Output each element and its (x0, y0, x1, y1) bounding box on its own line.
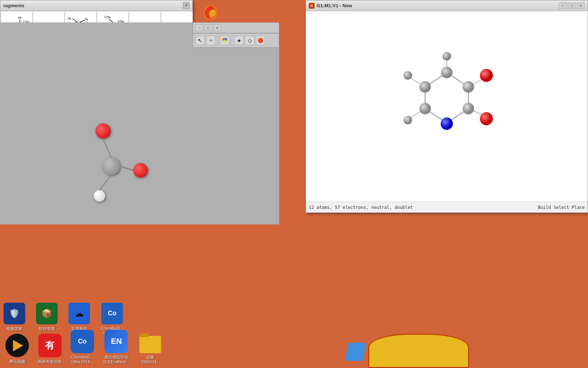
dialog-titlebar: ragments × (0, 0, 192, 11)
taskbar-endnote-label: 廊坊师院毕业论文EndNote... (103, 355, 130, 364)
mascot-blue (345, 343, 366, 361)
svg-point-112 (463, 81, 474, 93)
g1-close-btn[interactable]: × (577, 3, 585, 9)
svg-line-95 (120, 166, 133, 170)
g1-status-mode: Build Select Place (538, 205, 585, 210)
taskbar-video-label: 腾讯视频 (9, 359, 25, 364)
toolbar-color-icon[interactable] (220, 36, 230, 45)
taskbar-item-chembio[interactable]: Co ChembioO...Ultra 2014... (71, 330, 94, 364)
toolbar-cursor-icon[interactable]: ↖ (195, 36, 205, 45)
svg-point-120 (404, 71, 412, 80)
firefox-icon[interactable] (200, 2, 222, 23)
svg-line-94 (103, 139, 111, 158)
svg-text:H₂: H₂ (18, 16, 22, 19)
svg-point-116 (419, 81, 431, 93)
g1-content (306, 11, 588, 192)
svg-point-118 (480, 112, 493, 125)
g1-title: G G1:M1:V1 - New (309, 3, 352, 9)
svg-text:CH₃: CH₃ (104, 15, 111, 19)
dialog-close-btn[interactable]: × (183, 2, 190, 9)
taskbar-item-youdao[interactable]: 有 网易有道词典 (38, 334, 62, 364)
sub-win-minimize[interactable]: − (195, 25, 203, 31)
taskbar-items-row: 腾讯视频 有 网易有道词典 Co ChembioO...Ultra 2014..… (0, 330, 168, 364)
svg-point-117 (480, 69, 493, 82)
toolbar-layers-icon[interactable]: ◈ (234, 36, 244, 45)
svg-point-99 (223, 40, 226, 43)
svg-text:H₂: H₂ (85, 17, 89, 21)
g1-titlebar: G G1:M1:V1 - New − □ × (306, 0, 588, 11)
molecule-3d-render (389, 44, 504, 159)
g1-status-text: 12 atoms, 57 electrons, neutral, doublet (309, 205, 413, 210)
svg-line-28 (109, 19, 113, 22)
g1-controls: − □ × (559, 3, 585, 9)
molecule-viewport (0, 22, 279, 224)
svg-point-113 (463, 103, 474, 114)
toolbar-atoms-icon[interactable]: ⚛ (206, 36, 215, 45)
svg-point-111 (441, 67, 453, 78)
svg-text:H₂: H₂ (68, 17, 72, 20)
toolbar-strip: ↖ ⚛ ◈ ◇ (193, 33, 279, 48)
g1-statusbar: 12 atoms, 57 electrons, neutral, doublet… (306, 202, 588, 213)
svg-point-122 (441, 118, 453, 130)
taskbar-item-folder[interactable]: 赵瞻1906024... (139, 330, 162, 364)
mascot-body (368, 334, 469, 368)
taskbar-item-video[interactable]: 腾讯视频 (5, 334, 29, 364)
g1-title-icon: G (309, 3, 315, 9)
sub-window-titlebar: − □ × (193, 22, 279, 33)
g1-window: G G1:M1:V1 - New − □ × (306, 0, 588, 213)
taskbar-youdao-label: 网易有道词典 (38, 359, 62, 364)
taskbar-item-endnote[interactable]: EN 廊坊师院毕业论文EndNote... (103, 330, 130, 364)
g1-title-text: G1:M1:V1 - New (317, 3, 352, 8)
svg-point-121 (404, 116, 412, 124)
toolbar-diamond-icon[interactable]: ◇ (245, 36, 254, 45)
sub-win-controls: − □ × (195, 25, 221, 31)
sub-win-close[interactable]: × (213, 25, 221, 31)
dialog-title: ragments (3, 3, 24, 8)
g1-minimize-btn[interactable]: − (559, 3, 567, 9)
taskbar-folder-label: 赵瞻1906024... (141, 355, 160, 364)
small-molecule-3d (61, 123, 169, 210)
g1-maximize-btn[interactable]: □ (568, 3, 576, 9)
svg-point-115 (419, 103, 431, 114)
sub-win-maximize[interactable]: □ (204, 25, 212, 31)
svg-line-96 (99, 175, 111, 190)
toolbar-separator (218, 36, 218, 45)
svg-point-119 (442, 52, 451, 61)
toolbar-separator2 (232, 36, 232, 45)
taskbar-chembio-label: ChembioO...Ultra 2014... (71, 355, 94, 364)
toolbar-orb-icon[interactable] (256, 36, 265, 45)
